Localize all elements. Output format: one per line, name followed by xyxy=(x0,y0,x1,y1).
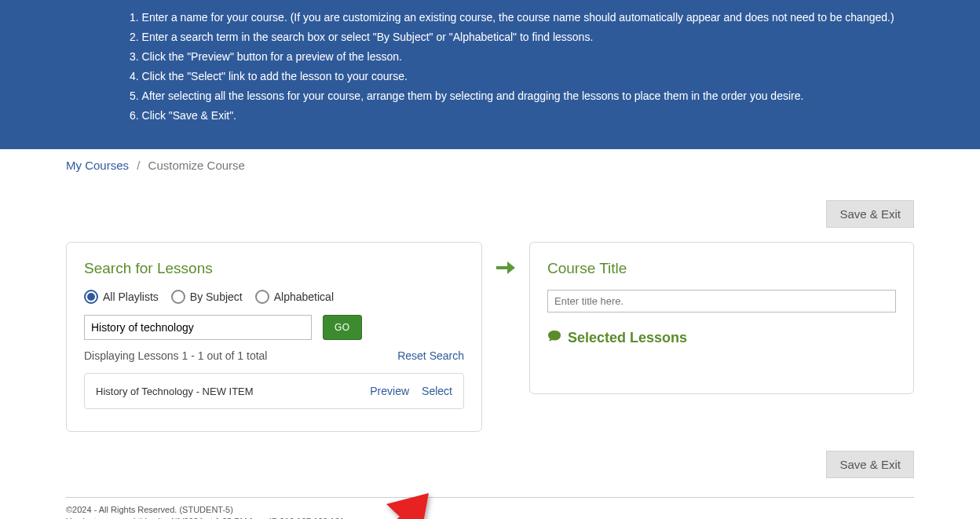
lesson-result-card: History of Technology - NEW ITEM Preview… xyxy=(84,373,464,409)
instruction-item: Enter a name for your course. (If you ar… xyxy=(130,8,980,27)
arrow-right-icon xyxy=(482,242,529,280)
instructions-banner: Enter a name for your course. (If you ar… xyxy=(0,0,980,149)
reset-search-link[interactable]: Reset Search xyxy=(397,349,464,362)
breadcrumb: My Courses / Customize Course xyxy=(66,149,914,181)
instruction-item: Click the "Select" link to add the lesso… xyxy=(130,67,980,86)
course-title-heading: Course Title xyxy=(547,260,896,277)
selected-lessons-label: Selected Lessons xyxy=(568,330,687,346)
course-title-panel: Course Title Selected Lessons xyxy=(529,242,914,394)
radio-icon xyxy=(255,290,269,304)
radio-all-playlists[interactable]: All Playlists xyxy=(84,290,159,304)
chat-icon xyxy=(547,330,561,346)
instruction-item: Click "Save & Exit". xyxy=(130,106,980,126)
breadcrumb-link-mycourses[interactable]: My Courses xyxy=(66,159,129,172)
radio-icon xyxy=(84,290,98,304)
save-exit-button-bottom[interactable]: Save & Exit xyxy=(826,451,914,478)
instruction-item: Enter a search term in the search box or… xyxy=(130,27,980,47)
go-button[interactable]: GO xyxy=(323,315,362,340)
footer-copyright: ©2024 - All Rights Reserved. (STUDENT-5) xyxy=(66,504,914,516)
breadcrumb-separator: / xyxy=(137,159,140,172)
breadcrumb-current: Customize Course xyxy=(148,159,245,172)
search-lessons-panel: Search for Lessons All Playlists By Subj… xyxy=(66,242,482,432)
search-panel-title: Search for Lessons xyxy=(84,260,464,277)
save-exit-button-top[interactable]: Save & Exit xyxy=(826,200,914,228)
radio-alphabetical[interactable]: Alphabetical xyxy=(255,290,334,304)
radio-icon xyxy=(171,290,185,304)
course-title-input[interactable] xyxy=(547,290,896,312)
instruction-item: After selecting all the lessons for your… xyxy=(130,86,980,106)
select-link[interactable]: Select xyxy=(422,385,452,397)
preview-link[interactable]: Preview xyxy=(370,385,409,397)
radio-label: Alphabetical xyxy=(274,291,334,303)
results-status: Displaying Lessons 1 - 1 out of 1 total xyxy=(84,349,267,362)
radio-label: All Playlists xyxy=(103,291,159,303)
lesson-title: History of Technology - NEW ITEM xyxy=(96,386,254,397)
filter-radio-group: All Playlists By Subject Alphabetical xyxy=(84,290,464,304)
footer-last-access: You last accessed this site 4/1/2024 at … xyxy=(66,516,914,519)
radio-by-subject[interactable]: By Subject xyxy=(171,290,243,304)
selected-lessons-heading: Selected Lessons xyxy=(547,330,896,346)
radio-label: By Subject xyxy=(190,291,243,303)
footer: ©2024 - All Rights Reserved. (STUDENT-5)… xyxy=(66,497,914,519)
search-input[interactable] xyxy=(84,315,312,340)
instruction-item: Click the "Preview" button for a preview… xyxy=(130,47,980,67)
